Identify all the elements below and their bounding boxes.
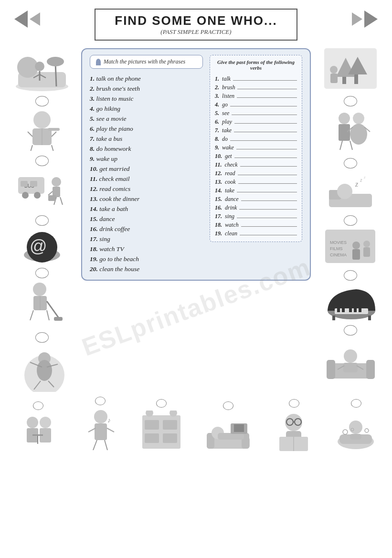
svg-rect-74 bbox=[363, 247, 370, 257]
phrase-item: 8. do homework bbox=[90, 144, 203, 154]
phrase-item: 20. clean the house bbox=[90, 264, 203, 274]
image-piano bbox=[323, 270, 378, 320]
image-beach bbox=[13, 48, 71, 91]
svg-point-51 bbox=[330, 66, 338, 74]
phrase-item: 3. listen to music bbox=[90, 94, 203, 104]
verb-item: 18. watch bbox=[215, 221, 297, 229]
svg-rect-36 bbox=[54, 317, 63, 321]
right-arrows bbox=[352, 11, 378, 28]
svg-rect-82 bbox=[332, 316, 335, 320]
svg-line-15 bbox=[30, 145, 32, 151]
speech-bubble bbox=[35, 268, 49, 278]
svg-rect-106 bbox=[163, 420, 177, 430]
svg-rect-72 bbox=[352, 249, 360, 260]
svg-point-3 bbox=[35, 62, 44, 71]
email-illustration: @ bbox=[18, 227, 66, 263]
svg-point-32 bbox=[33, 283, 46, 296]
verb-item: 8. do bbox=[215, 135, 297, 143]
verb-item: 12. read bbox=[215, 169, 297, 178]
svg-line-38 bbox=[47, 310, 49, 320]
phrase-item: 16. drink coffee bbox=[90, 224, 203, 234]
verb-item: 2. brush bbox=[215, 83, 297, 92]
svg-text:CINEMA: CINEMA bbox=[330, 253, 347, 257]
page-title: FIND SOME ONE WHO... bbox=[115, 13, 277, 28]
phrases-section: Match the pictures with the phrases 1. t… bbox=[90, 55, 203, 274]
verbs-box: Give the past forms of the following ver… bbox=[210, 55, 302, 242]
verb-item: 17. sing bbox=[215, 212, 297, 221]
bus-illustration: BUS bbox=[16, 168, 68, 211]
svg-rect-95 bbox=[32, 434, 43, 436]
lying-illustration bbox=[204, 413, 252, 451]
verb-item: 3. listen bbox=[215, 92, 297, 100]
phrase-item: 9. wake up bbox=[90, 154, 203, 164]
svg-rect-28 bbox=[48, 195, 56, 201]
image-camping bbox=[322, 48, 379, 91]
speech-bubble bbox=[223, 401, 233, 410]
speech-bubble bbox=[33, 401, 43, 410]
phrase-item: 13. cook the dinner bbox=[90, 194, 203, 204]
image-watching-tv bbox=[324, 325, 377, 380]
bottom-image-glasses-reading bbox=[274, 399, 314, 451]
left-images-column: BUS @ bbox=[5, 43, 79, 392]
page-subtitle: (PAST SIMPLE PRACTICE) bbox=[115, 28, 277, 36]
speech-bubble bbox=[35, 215, 49, 226]
main-content: BUS @ bbox=[0, 43, 392, 392]
image-movie: MOVIES FILMS CINEMA bbox=[323, 215, 378, 265]
tv-illustration bbox=[324, 337, 377, 380]
phrase-item: 7. take a bus bbox=[90, 134, 203, 144]
phrase-item: 10. get married bbox=[90, 164, 203, 174]
svg-line-55 bbox=[340, 141, 342, 150]
phrase-item: 15. dance bbox=[90, 214, 203, 224]
wedding-illustration bbox=[324, 108, 377, 153]
speech-bubble bbox=[344, 270, 357, 281]
page-header: FIND SOME ONE WHO... (PAST SIMPLE PRACTI… bbox=[0, 0, 392, 43]
phrase-item: 12. read comics bbox=[90, 184, 203, 194]
speech-bubble bbox=[344, 215, 357, 226]
phrase-item: 1. talk on the phone bbox=[90, 74, 203, 84]
svg-rect-83 bbox=[368, 316, 371, 320]
svg-rect-85 bbox=[327, 360, 335, 379]
movie-illustration: MOVIES FILMS CINEMA bbox=[323, 227, 378, 265]
svg-point-57 bbox=[353, 113, 364, 124]
verb-item: 9. wake bbox=[215, 143, 297, 152]
image-cleaning bbox=[18, 268, 66, 327]
svg-text:MOVIES: MOVIES bbox=[330, 240, 347, 245]
verb-item: 5. see bbox=[215, 109, 297, 117]
svg-text:♪: ♪ bbox=[107, 417, 111, 424]
verbs-section: Give the past forms of the following ver… bbox=[210, 55, 302, 274]
phrase-item: 5. see a movie bbox=[90, 114, 203, 124]
svg-rect-108 bbox=[163, 433, 177, 443]
sleeping-illustration: z z z bbox=[327, 170, 374, 211]
arrow-icon bbox=[14, 11, 28, 28]
speech-bubble bbox=[95, 397, 106, 405]
svg-point-8 bbox=[47, 57, 64, 66]
svg-line-102 bbox=[105, 440, 107, 450]
main-box: Match the pictures with the phrases 1. t… bbox=[81, 48, 311, 281]
title-box: FIND SOME ONE WHO... (PAST SIMPLE PRACTI… bbox=[95, 9, 297, 41]
svg-text:@: @ bbox=[30, 236, 47, 256]
verb-item: 13. cook bbox=[215, 178, 297, 186]
svg-point-9 bbox=[33, 111, 51, 128]
bottom-row: ♪ bbox=[0, 392, 392, 456]
arrow-icon bbox=[352, 12, 362, 26]
svg-rect-86 bbox=[366, 360, 375, 379]
verb-item: 1. talk bbox=[215, 74, 297, 83]
svg-rect-105 bbox=[145, 420, 159, 430]
svg-line-101 bbox=[93, 440, 97, 450]
match-instruction: Match the pictures with the phrases bbox=[90, 55, 203, 69]
svg-line-37 bbox=[30, 310, 33, 320]
svg-rect-49 bbox=[342, 77, 346, 84]
svg-line-12 bbox=[28, 132, 32, 137]
svg-point-73 bbox=[363, 241, 370, 247]
svg-point-41 bbox=[37, 360, 52, 381]
image-bus-stop: BUS bbox=[16, 156, 68, 211]
speech-bubble bbox=[344, 158, 357, 168]
svg-rect-117 bbox=[234, 424, 244, 432]
svg-text:FILMS: FILMS bbox=[330, 246, 343, 251]
arrow-icon bbox=[364, 11, 378, 28]
svg-line-100 bbox=[107, 428, 114, 432]
svg-line-27 bbox=[60, 197, 63, 205]
phrase-item: 17. sing bbox=[90, 234, 203, 244]
phrase-item: 6. play the piano bbox=[90, 124, 203, 134]
svg-rect-14 bbox=[48, 128, 60, 131]
